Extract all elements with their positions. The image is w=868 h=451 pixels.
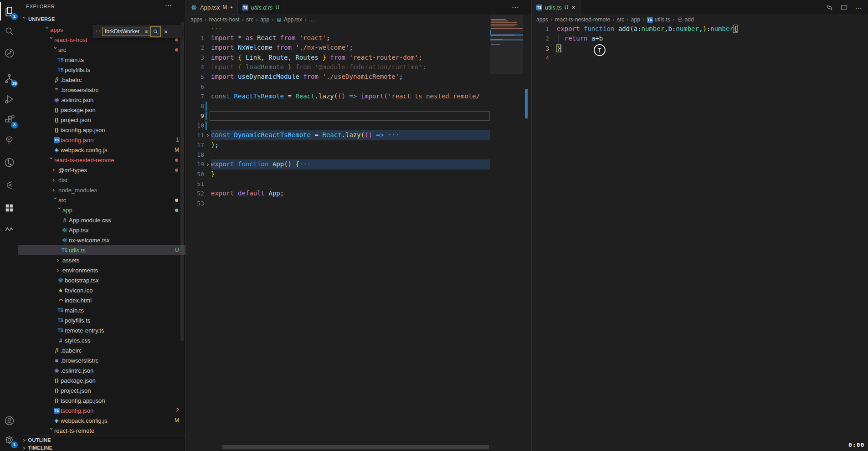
tree-item-index.html[interactable]: <>index.html [18,295,185,305]
code-line-50[interactable]: 50} [186,169,490,179]
code-line-53[interactable]: 53 [186,199,490,208]
tree-item-remote-entry.ts[interactable]: TSremote-entry.ts [18,325,185,335]
breadcrumb-item-src[interactable]: src [246,16,253,23]
tree-item-.eslintrc.json[interactable]: ◉.eslintrc.json [18,95,185,105]
dirty-indicator-icon[interactable]: ● [230,5,232,10]
tree-item-main.ts[interactable]: TSmain.ts [18,55,185,65]
tree-item-react-ts-remote[interactable]: ›react-ts-remote [18,425,185,436]
outline-section[interactable]: › OUTLINE [18,436,185,444]
tree-item-.babelrc[interactable]: β.babelrc [18,345,185,355]
code-line-2[interactable]: 2import NxWelcome from './nx-welcome'; [186,43,490,52]
breadcrumb-item-add[interactable]: add [677,16,694,23]
tree-item-node_modules[interactable]: ›node_modules [18,185,185,195]
sidebar-more-icon[interactable]: ··· [165,1,172,9]
code-line-10[interactable]: 10 [186,121,490,130]
activity-bar-item-git-graph[interactable] [0,153,18,171]
more-icon[interactable]: ··· [853,2,863,12]
tree-item-project.json[interactable]: {}project.json [18,385,185,395]
activity-bar-item-accounts[interactable] [0,411,18,430]
activity-bar-item-explorer[interactable]: 1 [0,2,18,20]
activity-bar-item-source-control[interactable]: 38 [0,69,18,87]
close-icon[interactable]: × [164,28,168,36]
code-line-52[interactable]: 52export default App; [186,189,490,198]
tree-item-tsconfig.app.json[interactable]: {}tsconfig.app.json [18,395,185,405]
tree-item-tsconfig.app.json[interactable]: {}tsconfig.app.json [18,125,185,135]
tree-item-src[interactable]: ›src [18,45,185,55]
sidebar-scrollbar[interactable] [180,22,184,341]
filter-search-button[interactable] [150,26,161,37]
code-line-11[interactable]: 11›const DynamicReactTsRemote = React.la… [186,130,490,140]
tree-item-webpack.config.js[interactable]: ◈webpack.config.jsM [18,415,185,425]
breadcrumb-item-app[interactable]: app [260,16,269,23]
timeline-section[interactable]: › TIMELINE [18,444,185,451]
tree-item-app[interactable]: ›app [18,205,185,215]
activity-bar-item-search[interactable] [0,22,18,40]
activity-bar-item-waves[interactable] [0,220,18,238]
tree-item-App.tsx[interactable]: App.tsx [18,225,185,235]
code-line-6[interactable]: 6 [186,82,490,92]
tree-item-utils.ts[interactable]: TSutils.tsU [18,245,185,255]
code-line-4[interactable]: 4 [532,53,868,63]
code-line-3[interactable]: 3} [532,44,868,53]
breadcrumb-item-…[interactable]: … [309,16,314,23]
tree-item-tsconfig.json[interactable]: TStsconfig.json2 [18,405,185,415]
tree-item-App.module.css[interactable]: #App.module.css [18,215,185,225]
tree-item-main.ts[interactable]: TSmain.ts [18,305,185,315]
code-line-1[interactable]: 1export function add(a:number,b:number,)… [532,24,868,34]
tree-item-polyfills.ts[interactable]: TSpolyfills.ts [18,315,185,325]
horizontal-scrollbar[interactable] [222,445,489,449]
breadcrumb-item-app[interactable]: app [631,16,640,23]
split-editor-icon[interactable] [839,2,849,12]
activity-bar-item-nx-console[interactable] [0,44,18,62]
tree-item-package.json[interactable]: {}package.json [18,105,185,115]
tree-item-package.json[interactable]: {}package.json [18,375,185,385]
code-line-51[interactable]: 51 [186,179,490,189]
workspace-root-row[interactable]: › UNIVERSE [18,14,185,25]
tree-item-.babelrc[interactable]: β.babelrc [18,75,185,85]
tree-item-dist[interactable]: ›dist [18,175,185,185]
tree-item-nx-welcome.tsx[interactable]: nx-welcome.tsx [18,235,185,245]
minimap[interactable] [490,15,523,152]
activity-bar-item-run-and-debug[interactable] [0,90,18,108]
code-line-7[interactable]: 7const ReactTsRemote = React.lazy(() => … [186,92,490,101]
code-editor-app-tsx[interactable]: ···1import * as React from 'react';2impo… [186,24,531,451]
activity-bar-item-kubernetes[interactable] [0,176,18,194]
tree-item-tsconfig.json[interactable]: TStsconfig.json1 [18,135,185,145]
code-line-1[interactable]: 1import * as React from 'react'; [186,33,490,43]
more-actions-icon[interactable]: ··· [510,2,520,12]
code-line-9[interactable]: 9 [186,111,490,121]
tree-item-@mf-types[interactable]: ›@mf-types [18,165,185,175]
tree-item-environments[interactable]: ›environments [18,265,185,275]
code-line-17[interactable]: 17); [186,140,490,150]
code-line-2[interactable]: 2 return a+b [532,34,868,43]
tree-item-.browserslistrc[interactable]: ≡.browserslistrc [18,355,185,365]
tree-filter-input[interactable] [102,27,151,36]
activity-bar-item-todo-tree[interactable] [0,131,18,149]
code-line-18[interactable]: 18 [186,150,490,159]
code-line-5[interactable]: 5import useDynamicModule from './useDyna… [186,72,490,82]
tab-utils.ts[interactable]: TSutils.tsU× [532,0,580,15]
activity-bar-item-settings[interactable]: 1 [0,430,18,449]
tree-item-assets[interactable]: ›assets [18,255,185,265]
tree-item-.browserslistrc[interactable]: ≡.browserslistrc [18,85,185,95]
code-line-8[interactable]: 8 [186,101,490,111]
breadcrumb-item-apps[interactable]: apps [536,16,548,23]
collapsed-region-dots[interactable]: ··· [211,25,222,31]
code-line-19[interactable]: 19›export function App() {··· [186,159,490,169]
tree-item-favicon.ico[interactable]: ★favicon.ico [18,285,185,295]
tree-item-styles.css[interactable]: #styles.css [18,335,185,345]
tree-item-polyfills.ts[interactable]: TSpolyfills.ts [18,65,185,75]
tree-item-src[interactable]: ›src [18,195,185,205]
breadcrumb-item-utils.ts[interactable]: TSutils.ts [647,16,670,23]
fold-chevron-icon[interactable]: › [206,130,210,140]
breadcrumb-item-apps[interactable]: apps [190,16,202,23]
breadcrumb-item-App.tsx[interactable]: App.tsx [276,16,302,23]
breadcrumb-item-react-ts-host[interactable]: react-ts-host [209,16,240,23]
code-line-3[interactable]: 3import { Link, Route, Routes } from 're… [186,53,490,62]
tab-App.tsx[interactable]: App.tsxM● [186,0,238,15]
code-editor-utils-ts[interactable]: 1export function add(a:number,b:number,)… [532,24,868,451]
fold-chevron-icon[interactable]: › [206,159,210,169]
activity-bar-item-grid-view[interactable] [0,199,18,217]
tree-item-webpack.config.js[interactable]: ◈webpack.config.jsM [18,145,185,155]
tab-utils.d.ts[interactable]: TSutils.d.tsU [238,0,284,15]
